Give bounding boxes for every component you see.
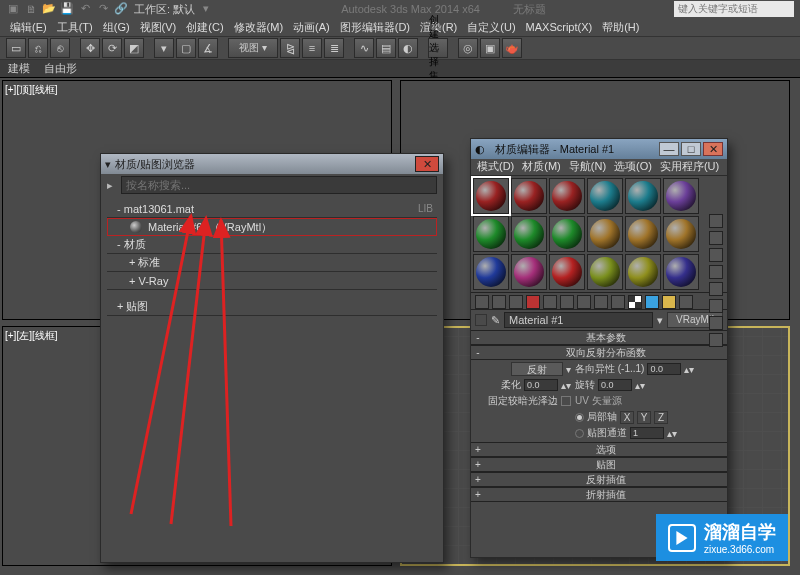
- sample-slot[interactable]: [549, 178, 585, 214]
- sample-slot[interactable]: [549, 216, 585, 252]
- tree-materials-section[interactable]: - 材质: [107, 236, 437, 254]
- sample-slot[interactable]: [511, 254, 547, 290]
- viewport-label[interactable]: [+][顶][线框]: [5, 83, 58, 97]
- new-icon[interactable]: 🗎: [24, 2, 38, 16]
- select-by-mat-icon[interactable]: [709, 333, 723, 347]
- tool-move[interactable]: ✥: [80, 38, 100, 58]
- maximize-icon[interactable]: □: [681, 142, 701, 156]
- show-end-result-icon[interactable]: [628, 295, 642, 309]
- rollout-refr-interp[interactable]: +折射插值: [471, 487, 727, 502]
- menu-tools[interactable]: 工具(T): [53, 20, 97, 35]
- tool-scale[interactable]: ◩: [124, 38, 144, 58]
- link-icon[interactable]: 🔗: [114, 2, 128, 16]
- aniso-spinner[interactable]: 0.0: [647, 363, 681, 375]
- sample-slot[interactable]: [625, 178, 661, 214]
- medit-menu-options[interactable]: 选项(O): [614, 159, 652, 175]
- workspace-dropdown[interactable]: 工作区: 默认: [134, 2, 195, 17]
- sample-slot[interactable]: [587, 178, 623, 214]
- preview-icon[interactable]: [709, 299, 723, 313]
- sample-slot[interactable]: [511, 216, 547, 252]
- axis-x-button[interactable]: X: [620, 411, 634, 424]
- menu-maxscript[interactable]: MAXScript(X): [522, 21, 597, 33]
- tool-render-frame[interactable]: ▣: [480, 38, 500, 58]
- rollout-refl-interp[interactable]: +反射插值: [471, 472, 727, 487]
- medit-menu-mode[interactable]: 模式(D): [477, 159, 514, 175]
- tree-matfile[interactable]: - mat13061.mat LIB: [107, 200, 437, 218]
- tree-standard[interactable]: + 标准: [107, 254, 437, 272]
- viewport-label[interactable]: [+][左][线框]: [5, 329, 58, 343]
- sample-slot[interactable]: [473, 216, 509, 252]
- tool-mirror[interactable]: ⧎: [280, 38, 300, 58]
- background-icon[interactable]: [709, 248, 723, 262]
- tool-angle-snap[interactable]: ∡: [198, 38, 218, 58]
- make-unique-icon[interactable]: [560, 295, 574, 309]
- make-copy-icon[interactable]: [543, 295, 557, 309]
- reset-icon[interactable]: [526, 295, 540, 309]
- map-channel-radio[interactable]: [575, 429, 584, 438]
- ribbon-tab-freeform[interactable]: 自由形: [44, 61, 77, 76]
- get-material-icon[interactable]: [475, 295, 489, 309]
- assign-icon[interactable]: [509, 295, 523, 309]
- rollout-maps[interactable]: +贴图: [471, 457, 727, 472]
- tool-select[interactable]: ▭: [6, 38, 26, 58]
- tool-curve-editor[interactable]: ∿: [354, 38, 374, 58]
- dark-fix-checkbox[interactable]: [561, 396, 571, 406]
- sample-slot[interactable]: [473, 254, 509, 290]
- help-search-input[interactable]: 键入关键字或短语: [674, 1, 794, 17]
- tool-render-setup[interactable]: ◎: [458, 38, 478, 58]
- map-channel-spinner[interactable]: 1: [630, 427, 664, 439]
- options-gear-icon[interactable]: [709, 316, 723, 330]
- ref-coord-dropdown[interactable]: 视图 ▾: [228, 38, 278, 58]
- tool-layers[interactable]: ≣: [324, 38, 344, 58]
- brdf-type-dropdown[interactable]: 反射: [511, 362, 563, 376]
- menu-group[interactable]: 组(G): [99, 20, 134, 35]
- medit-titlebar[interactable]: ◐ 材质编辑器 - Material #1 — □ ✕: [471, 139, 727, 159]
- chevron-down-icon[interactable]: ▾: [199, 2, 213, 16]
- save-icon[interactable]: 💾: [60, 2, 74, 16]
- main-menu[interactable]: 编辑(E) 工具(T) 组(G) 视图(V) 创建(C) 修改器(M) 动画(A…: [0, 18, 800, 36]
- menu-modifiers[interactable]: 修改器(M): [230, 20, 288, 35]
- tool-schematic[interactable]: ▤: [376, 38, 396, 58]
- open-icon[interactable]: 📂: [42, 2, 56, 16]
- sample-slot[interactable]: [549, 254, 585, 290]
- mat-id-icon[interactable]: [594, 295, 608, 309]
- redo-icon[interactable]: ↷: [96, 2, 110, 16]
- menu-animation[interactable]: 动画(A): [289, 20, 334, 35]
- minimize-icon[interactable]: —: [659, 142, 679, 156]
- tool-rotate[interactable]: ⟳: [102, 38, 122, 58]
- tool-link[interactable]: ⎌: [28, 38, 48, 58]
- rollout-basic[interactable]: -基本参数: [471, 330, 727, 345]
- named-selection-set[interactable]: 创建选择集: [428, 38, 448, 58]
- rollout-options[interactable]: +选项: [471, 442, 727, 457]
- ribbon-tab-modeling[interactable]: 建模: [8, 61, 30, 76]
- menu-views[interactable]: 视图(V): [136, 20, 181, 35]
- browser-titlebar[interactable]: ▾ 材质/贴图浏览器 ✕: [101, 154, 443, 174]
- show-map-icon[interactable]: [611, 295, 625, 309]
- medit-menu[interactable]: 模式(D) 材质(M) 导航(N) 选项(O) 实用程序(U): [471, 159, 727, 176]
- close-icon[interactable]: ✕: [415, 156, 439, 172]
- sample-slot[interactable]: [511, 178, 547, 214]
- menu-graph[interactable]: 图形编辑器(D): [336, 20, 414, 35]
- tool-unlink[interactable]: ⎋: [50, 38, 70, 58]
- sample-slot[interactable]: [587, 254, 623, 290]
- go-parent-icon[interactable]: [645, 295, 659, 309]
- tool-material-editor[interactable]: ◐: [398, 38, 418, 58]
- uv-tiling-icon[interactable]: [709, 265, 723, 279]
- go-sibling-icon[interactable]: [679, 295, 693, 309]
- close-icon[interactable]: ✕: [703, 142, 723, 156]
- material-browser-window[interactable]: ▾ 材质/贴图浏览器 ✕ ▸ - mat13061.mat LIB Materi…: [100, 153, 444, 563]
- tool-quick-render[interactable]: 🫖: [502, 38, 522, 58]
- put-library-icon[interactable]: [577, 295, 591, 309]
- menu-edit[interactable]: 编辑(E): [6, 20, 51, 35]
- sample-slot[interactable]: [663, 254, 699, 290]
- tree-material-selected[interactable]: Material #68（VRayMtl）: [107, 218, 437, 236]
- rollout-brdf[interactable]: -双向反射分布函数: [471, 345, 727, 360]
- medit-menu-material[interactable]: 材质(M): [522, 159, 561, 175]
- tree-vray[interactable]: + V-Ray: [107, 272, 437, 290]
- soften-spinner[interactable]: 0.0: [524, 379, 558, 391]
- local-axis-radio[interactable]: [575, 413, 584, 422]
- sample-slot[interactable]: [663, 178, 699, 214]
- sample-slot[interactable]: [663, 216, 699, 252]
- sample-slot[interactable]: [587, 216, 623, 252]
- tree-maps-section[interactable]: + 贴图: [107, 298, 437, 316]
